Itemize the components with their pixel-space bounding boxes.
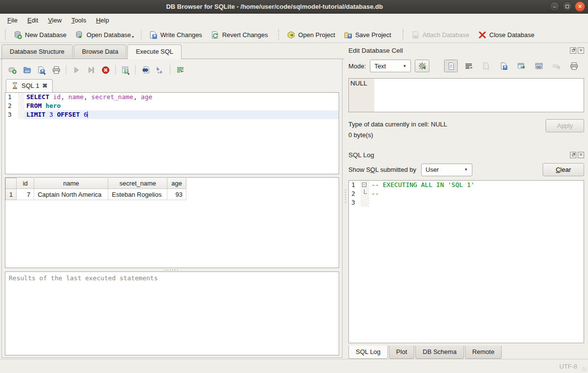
find-button[interactable]	[139, 63, 152, 76]
fold-collapse-icon[interactable]: −	[362, 183, 366, 187]
cell-secret-name[interactable]: Esteban Rogelios	[108, 189, 167, 200]
horizontal-splitter[interactable]	[5, 268, 339, 271]
dock-close-button[interactable]: ✕	[578, 47, 584, 54]
stop-execution-button[interactable]	[99, 63, 112, 76]
menu-file[interactable]: File	[3, 15, 22, 26]
editor-line[interactable]: 3LIMIT 3 OFFSET 6	[5, 110, 339, 119]
play-icon	[72, 66, 81, 74]
revert-changes-button[interactable]: Revert Changes	[206, 29, 272, 41]
find-icon	[142, 66, 150, 74]
cell-age[interactable]: 93	[167, 189, 186, 200]
minimize-button[interactable]: −	[549, 1, 560, 12]
mode-select[interactable]: Text ▼	[370, 60, 411, 72]
sql-log-view[interactable]: 1 − -- EXECUTING ALL IN 'SQL 1' 2 -- 3	[348, 180, 584, 343]
cell-id[interactable]: 7	[17, 189, 34, 200]
resize-grip-icon[interactable]	[582, 367, 587, 372]
new-database-button[interactable]: New Database	[9, 29, 71, 41]
toolbar-drag-handle[interactable]	[402, 29, 405, 40]
editor-line[interactable]: 2FROM hero	[5, 102, 339, 110]
close-database-button[interactable]: Close Database	[474, 29, 539, 41]
tab-plot[interactable]: Plot	[389, 346, 414, 359]
table-row[interactable]: 1 7 Captain North America Esteban Rogeli…	[6, 189, 186, 200]
save-sql-file-button[interactable]: ▾	[35, 63, 48, 76]
open-in-external-button[interactable]	[514, 60, 528, 72]
new-sql-tab-button[interactable]	[6, 63, 19, 76]
sql-tab-close-icon[interactable]: ✖	[42, 82, 47, 89]
tab-database-structure[interactable]: Database Structure	[1, 44, 73, 59]
execute-all-button[interactable]	[70, 63, 82, 76]
auto-format-icon: ba	[156, 66, 164, 74]
log-text: -- EXECUTING ALL IN 'SQL 1'	[369, 181, 474, 189]
cell-editor-icons	[444, 60, 581, 72]
print-button[interactable]	[50, 63, 62, 76]
format-sql-button[interactable]: ba	[154, 63, 166, 76]
toolbar-drag-handle[interactable]	[4, 29, 7, 40]
encoding-indicator[interactable]: UTF-8	[559, 363, 577, 370]
edit-cell-dock-titlebar[interactable]: Edit Database Cell ✕	[348, 45, 584, 56]
dock-float-button[interactable]	[570, 152, 576, 158]
log-filter-select[interactable]: User ▼	[421, 164, 472, 176]
open-database-dropdown-icon[interactable]: ▾	[132, 35, 134, 39]
cell-value-editor[interactable]: NULL	[348, 78, 584, 112]
toolbar-separator	[141, 29, 142, 40]
execute-line-button[interactable]	[84, 63, 97, 76]
set-null-button[interactable]	[549, 60, 563, 72]
execution-messages[interactable]: Results of the last executed statements	[5, 271, 339, 355]
menu-tools[interactable]: Tools	[67, 15, 90, 26]
mode-selected-value: Text	[374, 62, 386, 70]
export-cell-data-button[interactable]	[497, 60, 510, 72]
open-project-icon	[287, 31, 295, 39]
tab-execute-sql[interactable]: Execute SQL	[127, 44, 182, 59]
apply-button[interactable]: Apply	[546, 119, 584, 132]
open-database-button[interactable]: Open Database ▾	[71, 29, 138, 41]
sql-1-tab[interactable]: SQL 1 ✖	[6, 79, 53, 92]
sql-log-dock-titlebar[interactable]: SQL Log ✕	[348, 149, 584, 160]
results-grid[interactable]: id name secret_name age 1 7 Captain Nort…	[5, 177, 339, 268]
auto-apply-button[interactable]	[415, 60, 429, 72]
menu-edit[interactable]: Edit	[23, 15, 42, 26]
maximize-button[interactable]	[562, 1, 572, 12]
open-project-button[interactable]: Open Project	[283, 29, 340, 41]
save-project-button[interactable]: Save Project	[340, 29, 396, 41]
tab-db-schema[interactable]: DB Schema	[415, 346, 464, 359]
dock-float-button[interactable]	[570, 47, 576, 54]
corner-header[interactable]	[6, 178, 17, 189]
menu-view[interactable]: View	[43, 15, 66, 26]
tab-remote[interactable]: Remote	[465, 346, 502, 359]
open-sql-file-button[interactable]	[20, 63, 33, 76]
database-new-icon	[14, 31, 22, 39]
cell-name[interactable]: Captain North America	[34, 189, 108, 200]
column-header-id[interactable]: id	[17, 178, 34, 189]
menu-help[interactable]: Help	[92, 15, 114, 26]
word-wrap-button[interactable]	[174, 63, 186, 76]
column-header-secret-name[interactable]: secret_name	[108, 178, 167, 189]
editor-line[interactable]: 1SELECT id, name, secret_name, age	[5, 93, 339, 102]
chevron-down-icon: ▼	[403, 64, 406, 68]
clear-log-button[interactable]: Clear	[543, 163, 584, 176]
toolbar-drag-handle[interactable]	[277, 29, 281, 40]
attach-database-button[interactable]: Attach Database	[407, 29, 474, 41]
left-pane: Database Structure Browse Data Execute S…	[0, 43, 344, 359]
close-button[interactable]: ✕	[575, 1, 585, 12]
write-changes-button[interactable]: Write Changes	[144, 29, 206, 41]
tab-browse-data[interactable]: Browse Data	[74, 44, 126, 59]
tab-sql-log[interactable]: SQL Log	[348, 346, 388, 359]
save-results-button[interactable]: ▾	[119, 63, 132, 76]
word-wrap-cell-button[interactable]	[462, 60, 475, 72]
import-cell-data-button[interactable]	[479, 60, 493, 72]
write-changes-icon	[149, 31, 157, 39]
title-bar[interactable]: DB Browser for SQLite - /home/user/code/…	[0, 0, 588, 14]
cell-edit-area[interactable]	[374, 79, 584, 112]
column-header-name[interactable]: name	[34, 178, 108, 189]
sql-editor-body: 1SELECT id, name, secret_name, age2FROM …	[5, 93, 339, 119]
text-mode-button[interactable]	[444, 60, 458, 72]
dock-close-button[interactable]: ✕	[578, 152, 584, 158]
print-cell-button[interactable]	[567, 60, 581, 72]
column-header-age[interactable]: age	[167, 178, 186, 189]
sql-editor[interactable]: 1SELECT id, name, secret_name, age2FROM …	[5, 92, 339, 174]
fold-margin	[361, 189, 369, 198]
save-results-dropdown-icon[interactable]: ▾	[127, 72, 129, 76]
copy-link-button[interactable]	[532, 60, 546, 72]
fold-margin[interactable]: −	[361, 181, 369, 189]
save-dropdown-icon[interactable]: ▾	[43, 72, 45, 76]
